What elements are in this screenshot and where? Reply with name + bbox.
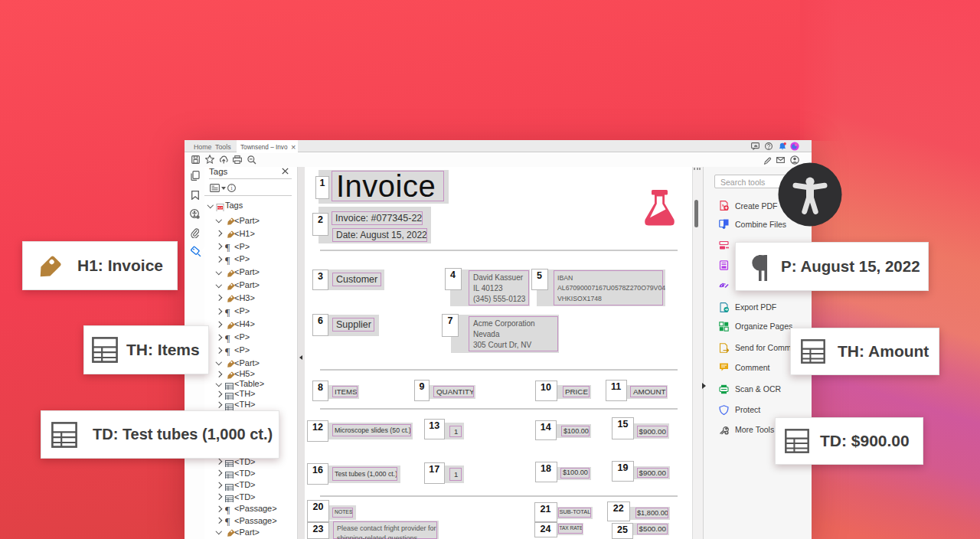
svg-text:i: i bbox=[230, 185, 232, 191]
svg-text:PDF: PDF bbox=[217, 206, 223, 209]
